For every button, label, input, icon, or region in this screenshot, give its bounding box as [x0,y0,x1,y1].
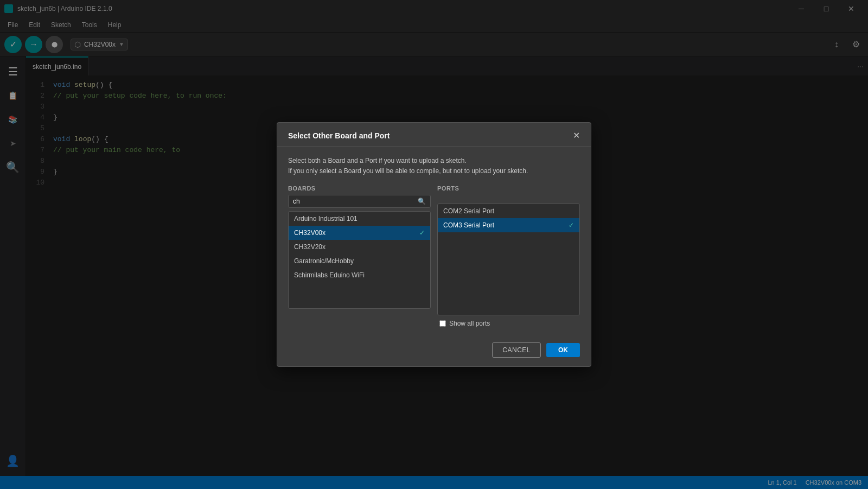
dialog-overlay: Select Other Board and Port ✕ Select bot… [0,0,868,489]
boards-column: BOARDS 🔍 Arduino Industrial 101 CH32V00x… [288,185,431,327]
search-icon: 🔍 [418,198,426,205]
board-search-input[interactable] [293,198,414,205]
board-item-ch32v00x[interactable]: CH32V00x [289,226,430,240]
show-all-ports-label: Show all ports [449,320,490,327]
show-all-ports-checkbox[interactable] [439,320,446,327]
description-line-1: Select both a Board and a Port if you wa… [288,156,580,166]
cancel-button[interactable]: CANCEL [492,342,541,358]
dialog: Select Other Board and Port ✕ Select bot… [277,122,591,367]
ok-button[interactable]: OK [546,343,580,357]
board-list[interactable]: Arduino Industrial 101 CH32V00x CH32V20x… [288,211,431,309]
show-all-ports-row: Show all ports [437,320,580,327]
dialog-title: Select Other Board and Port [288,131,390,140]
dialog-header: Select Other Board and Port ✕ [277,123,591,147]
dialog-close-button[interactable]: ✕ [573,131,580,140]
board-item-garatronic[interactable]: Garatronic/McHobby [289,254,430,268]
dialog-description: Select both a Board and a Port if you wa… [288,156,580,176]
ports-column: PORTS COM2 Serial Port COM3 Serial Port … [437,185,580,327]
board-item-arduino-industrial[interactable]: Arduino Industrial 101 [289,212,430,226]
board-item-ch32v20x[interactable]: CH32V20x [289,240,430,254]
search-box[interactable]: 🔍 [288,195,431,208]
boards-label: BOARDS [288,185,431,192]
dialog-columns: BOARDS 🔍 Arduino Industrial 101 CH32V00x… [288,185,580,327]
port-item-com3[interactable]: COM3 Serial Port [438,218,579,232]
port-item-com2[interactable]: COM2 Serial Port [438,204,579,218]
ports-label: PORTS [437,185,580,192]
board-item-schirmilabs[interactable]: Schirmilabs Eduino WiFi [289,268,430,282]
port-list[interactable]: COM2 Serial Port COM3 Serial Port [437,204,580,315]
description-line-2: If you only select a Board you will be a… [288,166,580,176]
dialog-body: Select both a Board and a Port if you wa… [277,147,591,336]
dialog-footer: CANCEL OK [277,336,591,366]
